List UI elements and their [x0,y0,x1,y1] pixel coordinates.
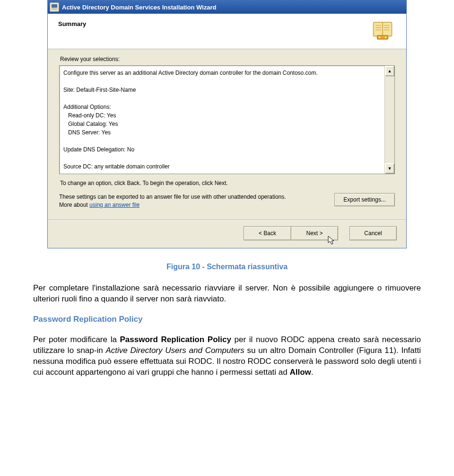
more-about-prefix: More about [59,202,89,208]
review-label: Review your selections: [60,56,395,62]
app-icon [50,2,59,12]
scroll-down-button[interactable]: ▼ [385,163,394,174]
titlebar: Active Directory Domain Services Install… [48,0,406,14]
scrollbar[interactable]: ▲ ▼ [384,66,394,174]
selections-text: Configure this server as an additional A… [60,66,384,174]
svg-point-10 [385,36,386,38]
cancel-button[interactable]: Cancel [349,226,397,240]
section-heading: Password Replication Policy [33,314,421,325]
back-button[interactable]: < Back [244,226,291,240]
p2-text-a: Per poter modificare la [33,335,120,344]
wizard-footer: < Back Next > Cancel [48,220,406,248]
selections-panel: Configure this server as an additional A… [59,65,395,174]
window-title: Active Directory Domain Services Install… [62,4,406,11]
page-title: Summary [58,20,86,27]
scroll-up-button[interactable]: ▲ [385,66,394,76]
next-button[interactable]: Next > [291,226,338,240]
p2-text-d: . [311,368,314,377]
export-desc-text: These settings can be exported to an ans… [59,194,286,200]
svg-point-9 [379,36,380,38]
scroll-track[interactable] [385,76,394,163]
p2-allow: Allow [289,368,311,377]
wizard-window: Active Directory Domain Services Install… [47,0,407,248]
answer-file-link[interactable]: using an answer file [89,202,140,208]
export-row: These settings can be exported to an ans… [59,193,395,209]
paragraph-1: Per completare l'installazione sarà nece… [33,283,421,305]
instruction-text: To change an option, click Back. To begi… [60,180,395,186]
paragraph-2: Per poter modificare la Password Replica… [33,335,421,378]
p2-policy: Password Replication Policy [120,335,231,344]
wizard-banner: Summary [48,14,406,49]
wizard-body: Review your selections: Configure this s… [48,49,406,211]
book-icon [370,18,395,43]
p2-snapin: Active Directory Users and Computers [105,346,244,355]
export-settings-button[interactable]: Export settings... [334,193,395,206]
figure-caption: Figura 10 - Schermata riassuntiva [33,262,421,272]
document-body: Figura 10 - Schermata riassuntiva Per co… [33,262,421,378]
export-description: These settings can be exported to an ans… [59,193,326,209]
